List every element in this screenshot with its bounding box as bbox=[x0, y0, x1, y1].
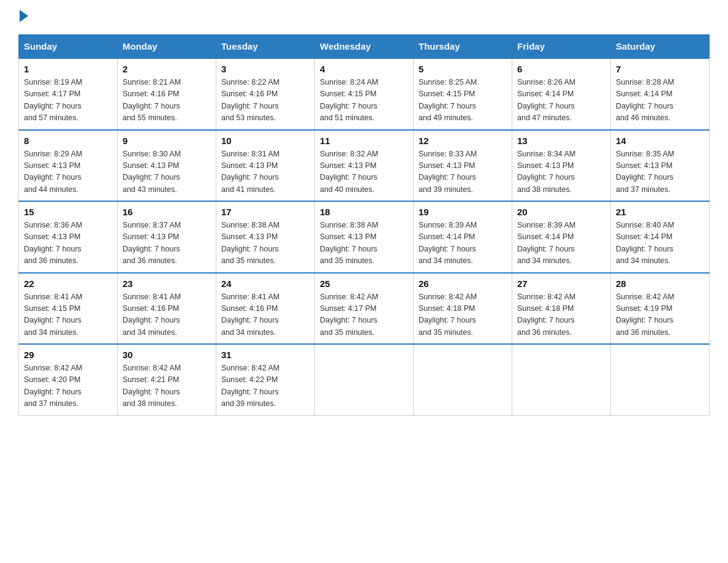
sun-info: Sunrise: 8:19 AMSunset: 4:17 PMDaylight:… bbox=[24, 77, 112, 124]
sun-info: Sunrise: 8:34 AMSunset: 4:13 PMDaylight:… bbox=[517, 148, 605, 196]
calendar-day-cell: 12Sunrise: 8:33 AMSunset: 4:13 PMDayligh… bbox=[414, 130, 512, 202]
calendar-day-cell: 11Sunrise: 8:32 AMSunset: 4:13 PMDayligh… bbox=[315, 130, 414, 202]
sun-info: Sunrise: 8:37 AMSunset: 4:13 PMDaylight:… bbox=[123, 220, 211, 267]
day-number: 31 bbox=[221, 350, 309, 360]
day-number: 21 bbox=[616, 207, 704, 217]
day-number: 5 bbox=[419, 64, 507, 74]
sun-info: Sunrise: 8:42 AMSunset: 4:22 PMDaylight:… bbox=[221, 362, 309, 410]
day-number: 26 bbox=[419, 278, 507, 289]
sun-info: Sunrise: 8:38 AMSunset: 4:13 PMDaylight:… bbox=[221, 220, 309, 267]
day-number: 4 bbox=[320, 64, 408, 74]
sun-info: Sunrise: 8:32 AMSunset: 4:13 PMDaylight:… bbox=[320, 148, 408, 196]
logo bbox=[18, 12, 28, 22]
sun-info: Sunrise: 8:31 AMSunset: 4:13 PMDaylight:… bbox=[221, 148, 309, 196]
calendar-day-cell: 28Sunrise: 8:42 AMSunset: 4:19 PMDayligh… bbox=[611, 273, 710, 345]
day-number: 24 bbox=[221, 278, 309, 289]
calendar-day-cell: 31Sunrise: 8:42 AMSunset: 4:22 PMDayligh… bbox=[216, 344, 315, 415]
sun-info: Sunrise: 8:29 AMSunset: 4:13 PMDaylight:… bbox=[24, 148, 112, 196]
day-number: 1 bbox=[24, 64, 112, 74]
calendar-day-cell: 4Sunrise: 8:24 AMSunset: 4:15 PMDaylight… bbox=[315, 58, 414, 130]
calendar-day-cell: 24Sunrise: 8:41 AMSunset: 4:16 PMDayligh… bbox=[216, 273, 315, 345]
sun-info: Sunrise: 8:36 AMSunset: 4:13 PMDaylight:… bbox=[24, 220, 112, 267]
day-number: 6 bbox=[517, 64, 605, 74]
page-header bbox=[18, 12, 710, 22]
day-number: 18 bbox=[320, 207, 408, 217]
logo-triangle-icon bbox=[20, 10, 28, 22]
col-header-sunday: Sunday bbox=[19, 35, 118, 59]
calendar-day-cell: 7Sunrise: 8:28 AMSunset: 4:14 PMDaylight… bbox=[611, 58, 710, 130]
sun-info: Sunrise: 8:35 AMSunset: 4:13 PMDaylight:… bbox=[616, 148, 704, 196]
calendar-day-cell: 19Sunrise: 8:39 AMSunset: 4:14 PMDayligh… bbox=[414, 201, 512, 273]
sun-info: Sunrise: 8:41 AMSunset: 4:16 PMDaylight:… bbox=[123, 291, 211, 339]
day-number: 30 bbox=[123, 350, 211, 360]
sun-info: Sunrise: 8:41 AMSunset: 4:16 PMDaylight:… bbox=[221, 291, 309, 339]
calendar-day-cell: 17Sunrise: 8:38 AMSunset: 4:13 PMDayligh… bbox=[216, 201, 315, 273]
sun-info: Sunrise: 8:39 AMSunset: 4:14 PMDaylight:… bbox=[517, 220, 605, 267]
sun-info: Sunrise: 8:41 AMSunset: 4:15 PMDaylight:… bbox=[24, 291, 112, 339]
calendar-day-cell: 18Sunrise: 8:38 AMSunset: 4:13 PMDayligh… bbox=[315, 201, 414, 273]
calendar-week-row: 22Sunrise: 8:41 AMSunset: 4:15 PMDayligh… bbox=[19, 273, 710, 345]
sun-info: Sunrise: 8:21 AMSunset: 4:16 PMDaylight:… bbox=[123, 77, 211, 124]
calendar-week-row: 29Sunrise: 8:42 AMSunset: 4:20 PMDayligh… bbox=[19, 344, 710, 415]
sun-info: Sunrise: 8:25 AMSunset: 4:15 PMDaylight:… bbox=[419, 77, 507, 124]
sun-info: Sunrise: 8:42 AMSunset: 4:19 PMDaylight:… bbox=[616, 291, 704, 339]
calendar-day-cell: 3Sunrise: 8:22 AMSunset: 4:16 PMDaylight… bbox=[216, 58, 315, 130]
sun-info: Sunrise: 8:42 AMSunset: 4:17 PMDaylight:… bbox=[320, 291, 408, 339]
calendar-header-row: SundayMondayTuesdayWednesdayThursdayFrid… bbox=[19, 35, 710, 59]
sun-info: Sunrise: 8:39 AMSunset: 4:14 PMDaylight:… bbox=[419, 220, 507, 267]
day-number: 20 bbox=[517, 207, 605, 217]
day-number: 27 bbox=[517, 278, 605, 289]
calendar-day-cell: 27Sunrise: 8:42 AMSunset: 4:18 PMDayligh… bbox=[512, 273, 611, 345]
sun-info: Sunrise: 8:42 AMSunset: 4:20 PMDaylight:… bbox=[24, 362, 112, 410]
calendar-day-cell: 15Sunrise: 8:36 AMSunset: 4:13 PMDayligh… bbox=[19, 201, 118, 273]
calendar-day-cell: 30Sunrise: 8:42 AMSunset: 4:21 PMDayligh… bbox=[118, 344, 216, 415]
day-number: 17 bbox=[221, 207, 309, 217]
sun-info: Sunrise: 8:26 AMSunset: 4:14 PMDaylight:… bbox=[517, 77, 605, 124]
sun-info: Sunrise: 8:38 AMSunset: 4:13 PMDaylight:… bbox=[320, 220, 408, 267]
calendar-day-cell: 16Sunrise: 8:37 AMSunset: 4:13 PMDayligh… bbox=[118, 201, 216, 273]
empty-day-cell bbox=[414, 344, 512, 415]
day-number: 28 bbox=[616, 278, 704, 289]
calendar-week-row: 1Sunrise: 8:19 AMSunset: 4:17 PMDaylight… bbox=[19, 58, 710, 130]
sun-info: Sunrise: 8:30 AMSunset: 4:13 PMDaylight:… bbox=[123, 148, 211, 196]
sun-info: Sunrise: 8:42 AMSunset: 4:18 PMDaylight:… bbox=[419, 291, 507, 339]
sun-info: Sunrise: 8:22 AMSunset: 4:16 PMDaylight:… bbox=[221, 77, 309, 124]
calendar-day-cell: 2Sunrise: 8:21 AMSunset: 4:16 PMDaylight… bbox=[118, 58, 216, 130]
calendar-day-cell: 5Sunrise: 8:25 AMSunset: 4:15 PMDaylight… bbox=[414, 58, 512, 130]
calendar-week-row: 15Sunrise: 8:36 AMSunset: 4:13 PMDayligh… bbox=[19, 201, 710, 273]
sun-info: Sunrise: 8:42 AMSunset: 4:21 PMDaylight:… bbox=[123, 362, 211, 410]
col-header-thursday: Thursday bbox=[414, 35, 512, 59]
day-number: 22 bbox=[24, 278, 112, 289]
col-header-monday: Monday bbox=[118, 35, 216, 59]
sun-info: Sunrise: 8:28 AMSunset: 4:14 PMDaylight:… bbox=[616, 77, 704, 124]
calendar-day-cell: 13Sunrise: 8:34 AMSunset: 4:13 PMDayligh… bbox=[512, 130, 611, 202]
day-number: 3 bbox=[221, 64, 309, 74]
calendar-week-row: 8Sunrise: 8:29 AMSunset: 4:13 PMDaylight… bbox=[19, 130, 710, 202]
calendar-day-cell: 9Sunrise: 8:30 AMSunset: 4:13 PMDaylight… bbox=[118, 130, 216, 202]
day-number: 9 bbox=[123, 136, 211, 146]
day-number: 29 bbox=[24, 350, 112, 360]
empty-day-cell bbox=[315, 344, 414, 415]
sun-info: Sunrise: 8:40 AMSunset: 4:14 PMDaylight:… bbox=[616, 220, 704, 267]
sun-info: Sunrise: 8:42 AMSunset: 4:18 PMDaylight:… bbox=[517, 291, 605, 339]
col-header-saturday: Saturday bbox=[611, 35, 710, 59]
day-number: 8 bbox=[24, 136, 112, 146]
col-header-wednesday: Wednesday bbox=[315, 35, 414, 59]
day-number: 11 bbox=[320, 136, 408, 146]
calendar-day-cell: 8Sunrise: 8:29 AMSunset: 4:13 PMDaylight… bbox=[19, 130, 118, 202]
calendar-day-cell: 1Sunrise: 8:19 AMSunset: 4:17 PMDaylight… bbox=[19, 58, 118, 130]
day-number: 13 bbox=[517, 136, 605, 146]
empty-day-cell bbox=[611, 344, 710, 415]
day-number: 7 bbox=[616, 64, 704, 74]
day-number: 15 bbox=[24, 207, 112, 217]
day-number: 23 bbox=[123, 278, 211, 289]
calendar-day-cell: 6Sunrise: 8:26 AMSunset: 4:14 PMDaylight… bbox=[512, 58, 611, 130]
day-number: 2 bbox=[123, 64, 211, 74]
day-number: 10 bbox=[221, 136, 309, 146]
day-number: 16 bbox=[123, 207, 211, 217]
col-header-friday: Friday bbox=[512, 35, 611, 59]
calendar-day-cell: 23Sunrise: 8:41 AMSunset: 4:16 PMDayligh… bbox=[118, 273, 216, 345]
day-number: 25 bbox=[320, 278, 408, 289]
calendar-day-cell: 25Sunrise: 8:42 AMSunset: 4:17 PMDayligh… bbox=[315, 273, 414, 345]
day-number: 19 bbox=[419, 207, 507, 217]
